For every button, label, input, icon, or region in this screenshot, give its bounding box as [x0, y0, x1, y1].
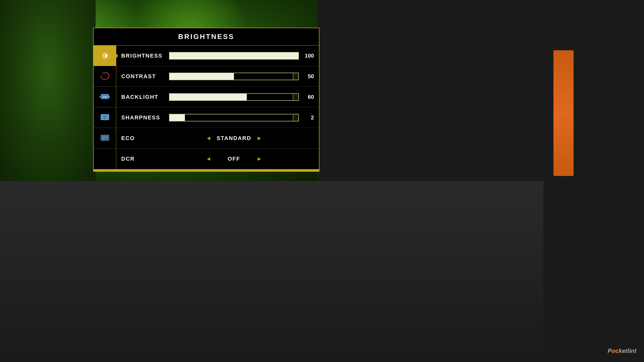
sharpness-slider[interactable] [169, 114, 299, 121]
dcr-selector: ◄ OFF ► [167, 156, 301, 162]
eco-selector: ◄ STANDARD ► [167, 135, 301, 142]
osd-icon: OSD ⊕ ⊕ [99, 92, 111, 102]
settings-icon [99, 133, 110, 144]
brightness-icon [100, 51, 110, 61]
contrast-fill [170, 73, 234, 80]
contrast-icon: ♺ [99, 70, 110, 82]
osd-menu: BRIGHTNESS [93, 28, 319, 172]
sidebar-item-brightness[interactable] [94, 46, 116, 66]
menu-body: ♺ OSD ⊕ ⊕ [94, 46, 319, 169]
svg-line-8 [103, 58, 103, 58]
backlight-value: 60 [301, 94, 314, 100]
backlight-label: BACKLIGHT [121, 94, 167, 100]
backlight-fill [170, 94, 247, 100]
contrast-thumb [293, 73, 298, 80]
screen-left-bg [0, 0, 96, 181]
brightness-value: 100 [301, 53, 314, 59]
backlight-slider[interactable] [169, 93, 299, 101]
eco-value: STANDARD [215, 135, 253, 142]
dcr-arrow-left[interactable]: ◄ [206, 156, 211, 162]
brightness-track [169, 52, 299, 60]
svg-line-7 [107, 53, 108, 54]
sidebar-item-contrast[interactable]: ♺ [94, 66, 116, 87]
backlight-track [169, 93, 299, 101]
eco-label: ECO [121, 135, 167, 142]
contrast-label: CONTRAST [121, 73, 167, 80]
menu-bottom-border [94, 169, 319, 171]
osd-sidebar: ♺ OSD ⊕ ⊕ [94, 46, 116, 169]
dcr-label: DCR [121, 156, 167, 162]
backlight-thumb [293, 94, 298, 100]
svg-text:⊕: ⊕ [99, 95, 101, 98]
svg-text:⊕: ⊕ [108, 95, 110, 98]
sharpness-track [169, 114, 299, 121]
eco-row[interactable]: ECO ◄ STANDARD ► [116, 128, 319, 149]
watermark: Pøcketlint [608, 347, 636, 354]
brightness-label: BRIGHTNESS [121, 53, 167, 59]
sidebar-item-osd[interactable]: OSD ⊕ ⊕ [94, 87, 116, 107]
eco-arrow-left[interactable]: ◄ [206, 135, 211, 142]
svg-text:OSD: OSD [103, 96, 107, 98]
svg-text:♺: ♺ [102, 71, 105, 75]
sidebar-item-settings[interactable] [94, 128, 116, 149]
brightness-row[interactable]: BRIGHTNESS 100 [116, 46, 319, 66]
dcr-row[interactable]: DCR ◄ OFF ► [116, 149, 319, 169]
menu-title: BRIGHTNESS [94, 28, 319, 46]
svg-line-5 [103, 53, 103, 54]
sidebar-item-setup[interactable] [94, 107, 116, 128]
dcr-value: OFF [215, 156, 253, 162]
svg-point-20 [103, 137, 104, 138]
watermark-text: Pøcketlint [608, 347, 636, 354]
sharpness-row[interactable]: SHARPNESS 2 [116, 107, 319, 128]
contrast-slider[interactable] [169, 73, 299, 80]
sharpness-value: 2 [301, 114, 314, 121]
sharpness-thumb [293, 114, 298, 121]
sharpness-fill [170, 114, 185, 121]
svg-line-6 [107, 58, 108, 58]
contrast-row[interactable]: CONTRAST 50 [116, 66, 319, 87]
sharpness-label: SHARPNESS [121, 114, 167, 121]
brightness-slider[interactable] [169, 52, 299, 60]
backlight-row[interactable]: BACKLIGHT 60 [116, 87, 319, 107]
eco-arrow-right[interactable]: ► [257, 135, 262, 142]
svg-point-22 [106, 137, 107, 137]
orange-accent-bar [553, 50, 574, 176]
contrast-track [169, 73, 299, 80]
contrast-value: 50 [301, 73, 314, 80]
dcr-arrow-right[interactable]: ► [257, 156, 262, 162]
osd-content: BRIGHTNESS 100 CONTRAST 50 [116, 46, 319, 169]
setup-icon [99, 112, 110, 123]
brightness-fill [170, 53, 298, 59]
